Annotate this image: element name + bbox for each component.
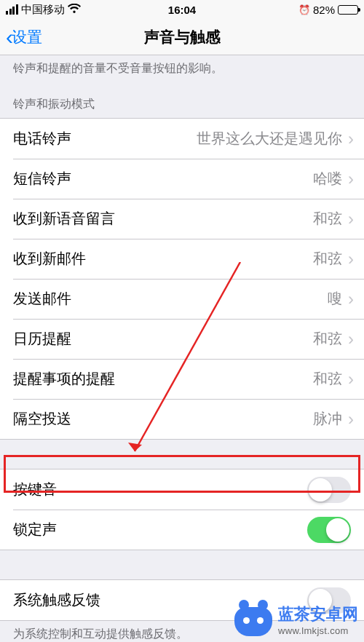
row-label: 收到新邮件 bbox=[13, 249, 86, 269]
chevron-right-icon: › bbox=[348, 130, 354, 148]
watermark: 蓝茶安卓网 www.lmkjst.com bbox=[234, 603, 358, 636]
chevron-right-icon: › bbox=[348, 170, 354, 188]
watermark-url: www.lmkjst.com bbox=[278, 625, 358, 636]
row-new-voicemail[interactable]: 收到新语音留言 和弦 › bbox=[0, 199, 364, 239]
chevron-right-icon: › bbox=[348, 330, 354, 348]
watermark-logo bbox=[234, 604, 272, 636]
battery-icon bbox=[338, 5, 358, 15]
row-detail: 和弦 bbox=[313, 329, 342, 349]
row-label: 隔空投送 bbox=[13, 409, 71, 429]
chevron-right-icon: › bbox=[348, 290, 354, 308]
watermark-title: 蓝茶安卓网 bbox=[278, 603, 358, 625]
row-detail: 和弦 bbox=[313, 369, 342, 389]
row-label: 短信铃声 bbox=[13, 169, 71, 189]
row-detail: 嗖 bbox=[328, 289, 342, 309]
back-label: 设置 bbox=[12, 27, 42, 47]
row-text-tone[interactable]: 短信铃声 哈喽 › bbox=[0, 159, 364, 199]
row-label: 系统触感反馈 bbox=[13, 590, 100, 610]
alarm-icon: ⏰ bbox=[298, 4, 310, 15]
back-button[interactable]: ‹ 设置 bbox=[0, 26, 42, 48]
chevron-right-icon: › bbox=[348, 411, 354, 428]
row-detail: 脉冲 bbox=[313, 409, 342, 429]
section-header-ringtone: 铃声和振动模式 bbox=[0, 84, 364, 118]
row-detail: 哈喽 bbox=[313, 169, 342, 189]
toggle-keyboard-clicks[interactable] bbox=[307, 477, 351, 503]
signal-icon bbox=[6, 4, 18, 15]
wifi-icon bbox=[68, 4, 81, 16]
row-detail: 和弦 bbox=[313, 209, 342, 229]
page-title: 声音与触感 bbox=[0, 27, 364, 47]
toggle-lock-sound[interactable] bbox=[307, 517, 351, 543]
row-airdrop[interactable]: 隔空投送 脉冲 › bbox=[0, 399, 364, 439]
row-new-mail[interactable]: 收到新邮件 和弦 › bbox=[0, 239, 364, 279]
row-detail: 世界这么大还是遇见你 bbox=[197, 129, 342, 148]
row-detail: 和弦 bbox=[313, 249, 342, 269]
nav-bar: ‹ 设置 声音与触感 bbox=[0, 19, 364, 55]
row-label: 电话铃声 bbox=[13, 129, 71, 148]
row-reminder-alerts[interactable]: 提醒事项的提醒 和弦 › bbox=[0, 359, 364, 399]
row-label: 提醒事项的提醒 bbox=[13, 369, 115, 389]
row-label: 锁定声 bbox=[13, 520, 57, 539]
row-lock-sound: 锁定声 bbox=[0, 510, 364, 550]
battery-percent: 82% bbox=[313, 4, 335, 16]
section-footer-volume: 铃声和提醒的音量不受音量按钮的影响。 bbox=[0, 55, 364, 84]
row-keyboard-clicks: 按键音 bbox=[0, 469, 364, 510]
status-time: 16:04 bbox=[123, 4, 240, 16]
row-label: 收到新语音留言 bbox=[13, 209, 115, 229]
chevron-right-icon: › bbox=[348, 250, 354, 268]
row-label: 日历提醒 bbox=[13, 329, 71, 349]
group-keyboard-lock: 按键音 锁定声 bbox=[0, 469, 364, 550]
status-bar: 中国移动 16:04 ⏰ 82% bbox=[0, 0, 364, 19]
row-label: 按键音 bbox=[13, 480, 57, 499]
carrier-label: 中国移动 bbox=[21, 3, 65, 17]
chevron-right-icon: › bbox=[348, 370, 354, 388]
chevron-right-icon: › bbox=[348, 210, 354, 228]
row-sent-mail[interactable]: 发送邮件 嗖 › bbox=[0, 279, 364, 319]
row-calendar-alerts[interactable]: 日历提醒 和弦 › bbox=[0, 319, 364, 359]
row-label: 发送邮件 bbox=[13, 289, 71, 309]
group-sounds: 电话铃声 世界这么大还是遇见你 › 短信铃声 哈喽 › 收到新语音留言 和弦 ›… bbox=[0, 118, 364, 440]
row-phone-ringtone[interactable]: 电话铃声 世界这么大还是遇见你 › bbox=[0, 119, 364, 159]
